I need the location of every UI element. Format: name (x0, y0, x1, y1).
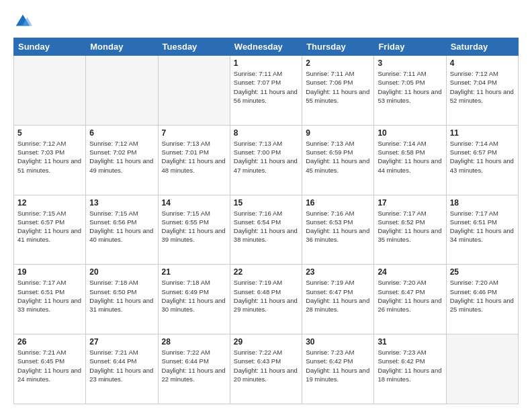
day-number: 27 (89, 337, 154, 347)
calendar-cell: 23Sunrise: 7:19 AMSunset: 6:47 PMDayligh… (302, 265, 374, 334)
calendar-cell (86, 56, 158, 126)
day-number: 14 (162, 198, 226, 208)
day-number: 7 (162, 128, 226, 138)
calendar-cell: 6Sunrise: 7:12 AMSunset: 7:02 PMDaylight… (86, 125, 158, 195)
cell-info: Sunrise: 7:17 AMSunset: 6:51 PMDaylight:… (17, 278, 82, 314)
cell-info: Sunrise: 7:18 AMSunset: 6:50 PMDaylight:… (89, 278, 154, 314)
weekday-header-saturday: Saturday (446, 38, 518, 56)
calendar-cell: 7Sunrise: 7:13 AMSunset: 7:01 PMDaylight… (158, 125, 230, 195)
cell-info: Sunrise: 7:12 AMSunset: 7:03 PMDaylight:… (17, 139, 82, 175)
cell-info: Sunrise: 7:23 AMSunset: 6:42 PMDaylight:… (306, 348, 370, 383)
calendar-cell: 13Sunrise: 7:15 AMSunset: 6:56 PMDayligh… (86, 195, 158, 265)
calendar-cell: 18Sunrise: 7:17 AMSunset: 6:51 PMDayligh… (446, 195, 518, 265)
cell-info: Sunrise: 7:13 AMSunset: 6:59 PMDaylight:… (306, 139, 370, 175)
calendar-cell: 5Sunrise: 7:12 AMSunset: 7:03 PMDaylight… (14, 125, 86, 195)
cell-info: Sunrise: 7:20 AMSunset: 6:47 PMDaylight:… (378, 278, 442, 314)
cell-info: Sunrise: 7:23 AMSunset: 6:42 PMDaylight:… (378, 348, 442, 383)
cell-info: Sunrise: 7:19 AMSunset: 6:48 PMDaylight:… (234, 278, 298, 314)
cell-info: Sunrise: 7:11 AMSunset: 7:05 PMDaylight:… (378, 69, 442, 105)
calendar-cell: 29Sunrise: 7:22 AMSunset: 6:43 PMDayligh… (230, 334, 302, 404)
weekday-header-wednesday: Wednesday (230, 38, 302, 56)
day-number: 16 (306, 198, 370, 208)
day-number: 21 (162, 267, 226, 277)
cell-info: Sunrise: 7:13 AMSunset: 7:01 PMDaylight:… (162, 139, 226, 175)
day-number: 31 (378, 337, 442, 347)
page: SundayMondayTuesdayWednesdayThursdayFrid… (0, 0, 532, 411)
cell-info: Sunrise: 7:18 AMSunset: 6:49 PMDaylight:… (162, 278, 226, 314)
weekday-header-thursday: Thursday (302, 38, 374, 56)
calendar-cell: 8Sunrise: 7:13 AMSunset: 7:00 PMDaylight… (230, 125, 302, 195)
calendar-week-row: 26Sunrise: 7:21 AMSunset: 6:45 PMDayligh… (14, 334, 519, 404)
day-number: 4 (450, 58, 515, 68)
header (13, 12, 519, 31)
calendar-cell: 21Sunrise: 7:18 AMSunset: 6:49 PMDayligh… (158, 265, 230, 334)
cell-info: Sunrise: 7:12 AMSunset: 7:02 PMDaylight:… (89, 139, 154, 175)
weekday-header-friday: Friday (374, 38, 446, 56)
calendar-cell: 15Sunrise: 7:16 AMSunset: 6:54 PMDayligh… (230, 195, 302, 265)
day-number: 29 (234, 337, 298, 347)
calendar-cell (158, 56, 230, 126)
day-number: 15 (234, 198, 298, 208)
cell-info: Sunrise: 7:20 AMSunset: 6:46 PMDaylight:… (450, 278, 515, 314)
calendar-cell: 28Sunrise: 7:22 AMSunset: 6:44 PMDayligh… (158, 334, 230, 404)
day-number: 1 (234, 58, 298, 68)
calendar-cell (446, 334, 518, 404)
logo-icon (13, 12, 32, 31)
day-number: 25 (450, 267, 515, 277)
calendar-cell: 26Sunrise: 7:21 AMSunset: 6:45 PMDayligh… (14, 334, 86, 404)
day-number: 13 (89, 198, 154, 208)
cell-info: Sunrise: 7:22 AMSunset: 6:43 PMDaylight:… (234, 348, 298, 383)
cell-info: Sunrise: 7:14 AMSunset: 6:57 PMDaylight:… (450, 139, 515, 175)
day-number: 3 (378, 58, 442, 68)
day-number: 10 (378, 128, 442, 138)
calendar-cell: 1Sunrise: 7:11 AMSunset: 7:07 PMDaylight… (230, 56, 302, 126)
cell-info: Sunrise: 7:19 AMSunset: 6:47 PMDaylight:… (306, 278, 370, 314)
cell-info: Sunrise: 7:17 AMSunset: 6:51 PMDaylight:… (450, 209, 515, 244)
cell-info: Sunrise: 7:21 AMSunset: 6:44 PMDaylight:… (89, 348, 154, 383)
day-number: 6 (89, 128, 154, 138)
calendar-cell: 14Sunrise: 7:15 AMSunset: 6:55 PMDayligh… (158, 195, 230, 265)
logo (13, 12, 35, 31)
calendar-cell: 27Sunrise: 7:21 AMSunset: 6:44 PMDayligh… (86, 334, 158, 404)
cell-info: Sunrise: 7:13 AMSunset: 7:00 PMDaylight:… (234, 139, 298, 175)
calendar-header-row: SundayMondayTuesdayWednesdayThursdayFrid… (14, 38, 519, 56)
day-number: 12 (17, 198, 82, 208)
day-number: 9 (306, 128, 370, 138)
cell-info: Sunrise: 7:16 AMSunset: 6:53 PMDaylight:… (306, 209, 370, 244)
day-number: 17 (378, 198, 442, 208)
cell-info: Sunrise: 7:14 AMSunset: 6:58 PMDaylight:… (378, 139, 442, 175)
calendar-week-row: 19Sunrise: 7:17 AMSunset: 6:51 PMDayligh… (14, 265, 519, 334)
calendar-cell: 20Sunrise: 7:18 AMSunset: 6:50 PMDayligh… (86, 265, 158, 334)
cell-info: Sunrise: 7:12 AMSunset: 7:04 PMDaylight:… (450, 69, 515, 105)
weekday-header-tuesday: Tuesday (158, 38, 230, 56)
calendar-cell: 11Sunrise: 7:14 AMSunset: 6:57 PMDayligh… (446, 125, 518, 195)
cell-info: Sunrise: 7:22 AMSunset: 6:44 PMDaylight:… (162, 348, 226, 383)
day-number: 11 (450, 128, 515, 138)
calendar-table: SundayMondayTuesdayWednesdayThursdayFrid… (13, 38, 519, 404)
calendar-cell: 10Sunrise: 7:14 AMSunset: 6:58 PMDayligh… (374, 125, 446, 195)
day-number: 8 (234, 128, 298, 138)
cell-info: Sunrise: 7:15 AMSunset: 6:55 PMDaylight:… (162, 209, 226, 244)
day-number: 24 (378, 267, 442, 277)
day-number: 19 (17, 267, 82, 277)
calendar-week-row: 5Sunrise: 7:12 AMSunset: 7:03 PMDaylight… (14, 125, 519, 195)
calendar-cell: 30Sunrise: 7:23 AMSunset: 6:42 PMDayligh… (302, 334, 374, 404)
cell-info: Sunrise: 7:11 AMSunset: 7:07 PMDaylight:… (234, 69, 298, 105)
calendar-week-row: 12Sunrise: 7:15 AMSunset: 6:57 PMDayligh… (14, 195, 519, 265)
day-number: 22 (234, 267, 298, 277)
cell-info: Sunrise: 7:15 AMSunset: 6:56 PMDaylight:… (89, 209, 154, 244)
cell-info: Sunrise: 7:15 AMSunset: 6:57 PMDaylight:… (17, 209, 82, 244)
day-number: 18 (450, 198, 515, 208)
calendar-cell: 24Sunrise: 7:20 AMSunset: 6:47 PMDayligh… (374, 265, 446, 334)
calendar-cell: 17Sunrise: 7:17 AMSunset: 6:52 PMDayligh… (374, 195, 446, 265)
calendar-cell: 2Sunrise: 7:11 AMSunset: 7:06 PMDaylight… (302, 56, 374, 126)
day-number: 23 (306, 267, 370, 277)
calendar-cell (14, 56, 86, 126)
cell-info: Sunrise: 7:11 AMSunset: 7:06 PMDaylight:… (306, 69, 370, 105)
calendar-cell: 12Sunrise: 7:15 AMSunset: 6:57 PMDayligh… (14, 195, 86, 265)
weekday-header-sunday: Sunday (14, 38, 86, 56)
day-number: 30 (306, 337, 370, 347)
day-number: 26 (17, 337, 82, 347)
day-number: 28 (162, 337, 226, 347)
calendar-cell: 3Sunrise: 7:11 AMSunset: 7:05 PMDaylight… (374, 56, 446, 126)
